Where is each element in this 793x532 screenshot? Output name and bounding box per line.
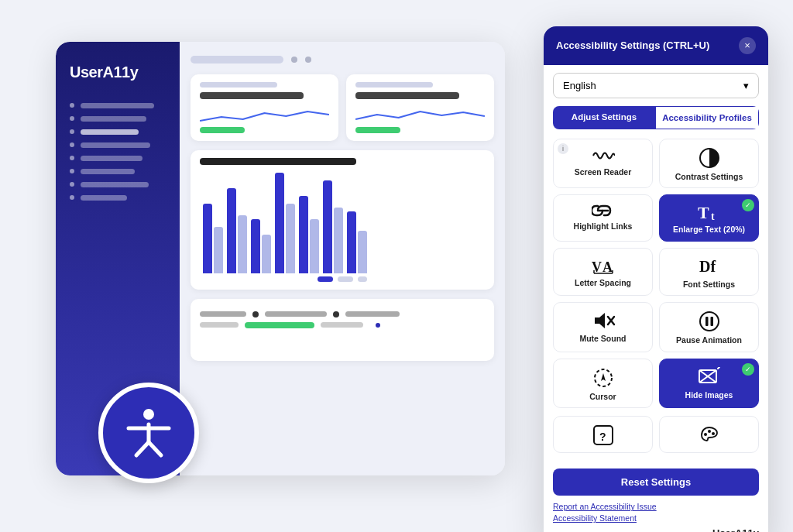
chevron-down-icon: ▾ [743,80,749,91]
nav-item [70,182,166,187]
dashboard-content [180,42,505,475]
waveform-icon [592,147,615,164]
panel-tabs: Adjust Settings Accessibility Profiles [553,106,759,129]
sidebar-brand: UserA11y [70,63,166,81]
nav-item [70,142,166,148]
panel-header: Accessibility Settings (CTRL+U) × [544,26,768,65]
setting-hide-images[interactable]: ✓ Hide Images [659,359,759,409]
pause-animation-label: Pause Animation [676,335,742,345]
setting-cursor[interactable]: Cursor [553,359,653,409]
accessibility-panel: Accessibility Settings (CTRL+U) × Englis… [544,26,768,533]
setting-screen-reader[interactable]: i Screen Reader [553,139,653,189]
dashboard-bottom [191,299,494,361]
panel-title: Accessibility Settings (CTRL+U) [556,39,709,51]
svg-point-27 [704,433,707,436]
nav-item [70,195,166,201]
svg-text:T: T [698,203,709,221]
report-issue-link[interactable]: Report an Accessibility Issue [553,502,759,511]
setting-palette[interactable] [659,416,759,453]
language-dropdown[interactable]: English ▾ [553,73,759,98]
settings-grid: i Screen Reader [553,139,759,409]
svg-line-3 [136,442,149,455]
svg-text:?: ? [599,431,606,443]
contrast-icon [699,147,720,169]
svg-text:Df: Df [699,258,716,275]
reset-button[interactable]: Reset Settings [553,469,759,496]
setting-question[interactable]: ? [553,416,653,453]
cursor-icon [592,367,614,389]
link-icon [592,203,615,218]
svg-text:V: V [592,259,602,275]
contrast-label: Contrast Settings [675,172,743,182]
accessibility-person-icon [121,405,177,461]
highlight-links-label: Highlight Links [574,221,633,232]
check-icon: ✓ [742,363,754,376]
letter-spacing-icon: V A [592,256,615,275]
setting-contrast[interactable]: Contrast Settings [659,139,759,189]
nav-item [70,156,166,161]
info-icon: i [558,143,568,154]
setting-pause-animation[interactable]: Pause Animation [659,302,759,352]
svg-text:t: t [711,211,715,221]
svg-point-29 [712,432,715,435]
letter-spacing-label: Letter Spacing [575,278,631,288]
svg-line-4 [149,442,161,455]
setting-font[interactable]: Df Font Settings [659,248,759,297]
text-size-icon: T t [698,203,721,221]
setting-highlight-links[interactable]: Highlight Links [553,194,653,242]
close-button[interactable]: × [739,37,756,54]
svg-rect-19 [710,317,713,326]
svg-point-17 [700,312,719,331]
svg-rect-18 [705,317,709,326]
mute-icon [592,311,615,331]
accessibility-icon-circle[interactable] [98,383,199,483]
font-settings-label: Font Settings [683,280,735,290]
scene: UserA11y [25,19,768,514]
font-settings-icon: Df [698,256,721,276]
mute-sound-label: Mute Sound [579,334,626,344]
footer-brand: UserA11y [712,527,759,532]
partial-settings-row: ? [553,416,759,453]
svg-point-28 [708,430,711,433]
dashboard-card [346,74,494,141]
hide-images-label: Hide Images [685,390,733,400]
svg-text:A: A [602,259,613,275]
nav-item [70,116,166,122]
enlarge-text-label: Enlarge Text (20%) [673,225,745,235]
cursor-label: Cursor [589,392,616,402]
hide-images-icon [698,367,721,387]
setting-mute-sound[interactable]: Mute Sound [553,302,653,352]
setting-letter-spacing[interactable]: V A Letter Spacing [553,248,653,297]
dashboard-card [191,74,338,141]
nav-item [70,103,166,108]
setting-enlarge-text[interactable]: ✓ T t Enlarge Text (20%) [659,194,759,242]
panel-footer: Report an Accessibility Issue Accessibil… [544,502,768,532]
nav-item [70,169,166,174]
check-icon: ✓ [742,199,754,211]
dashboard-chart [191,150,494,290]
tab-adjust-settings[interactable]: Adjust Settings [553,106,655,129]
reset-section: Reset Settings [544,469,768,502]
pause-icon [699,311,720,332]
svg-point-0 [143,409,154,420]
nav-item [70,129,166,135]
tab-accessibility-profiles[interactable]: Accessibility Profiles [655,106,759,129]
svg-line-24 [718,367,719,369]
palette-icon [699,424,720,446]
panel-body: English ▾ Adjust Settings Accessibility … [544,65,768,469]
language-selected: English [563,80,596,91]
accessibility-statement-link[interactable]: Accessibility Statement [553,513,759,523]
question-icon: ? [592,424,614,446]
screen-reader-label: Screen Reader [575,167,632,177]
